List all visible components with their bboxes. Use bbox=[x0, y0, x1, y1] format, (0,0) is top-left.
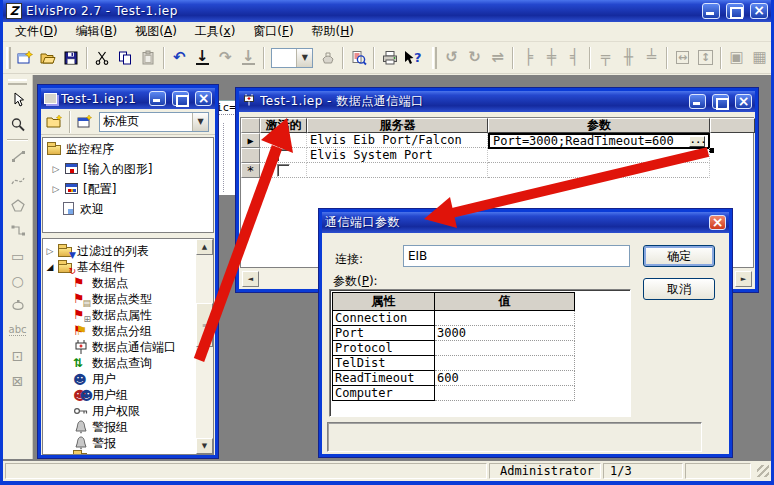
tree-item-monitor-program[interactable]: 监控程序 bbox=[47, 141, 114, 157]
grid-cell-server[interactable]: Elvis System Port bbox=[307, 148, 488, 163]
grid-header-active[interactable]: 激活的 bbox=[260, 118, 307, 133]
params-row[interactable]: Protocol bbox=[333, 341, 575, 356]
tree-item-data-point-group[interactable]: ⚑⚑ 数据点分组 bbox=[73, 323, 152, 339]
active-checkbox[interactable] bbox=[260, 148, 307, 163]
context-help-icon[interactable]: ? bbox=[401, 46, 424, 70]
params-row[interactable]: TelDist bbox=[333, 356, 575, 371]
grid-cell-params-selected[interactable]: Port=3000;ReadTimeout=600 ... bbox=[488, 133, 710, 149]
tree-item-user-group[interactable]: ☻☻ 用户组 bbox=[73, 387, 128, 403]
maximize-button[interactable] bbox=[726, 3, 744, 19]
expand-arrow-icon[interactable]: ▷ bbox=[51, 184, 61, 194]
menu-tools[interactable]: 工具(x) bbox=[187, 21, 243, 42]
cancel-button[interactable]: 取消 bbox=[643, 278, 715, 300]
menu-view[interactable]: 视图(A) bbox=[127, 21, 185, 42]
row-selector-current[interactable]: ▶ bbox=[241, 133, 260, 148]
page-combobox[interactable]: 标准页 ▼ bbox=[99, 112, 209, 132]
grid-header-params[interactable]: 参数 bbox=[488, 118, 710, 133]
minimize-button[interactable] bbox=[149, 91, 166, 106]
row-selector[interactable] bbox=[241, 148, 260, 163]
toolbar-separator bbox=[163, 47, 165, 69]
tree-item-basic-components[interactable]: ◢ ↻ 基本组件 bbox=[45, 259, 125, 275]
dialog-title-bar[interactable]: 通信端口参数 bbox=[322, 212, 729, 233]
chevron-down-icon[interactable]: ▼ bbox=[296, 49, 312, 67]
open-icon[interactable] bbox=[37, 46, 60, 70]
menu-edit[interactable]: 编辑(B) bbox=[68, 21, 126, 42]
save-icon[interactable] bbox=[60, 46, 83, 70]
grid-corner-cell bbox=[241, 118, 260, 133]
close-button[interactable] bbox=[709, 215, 726, 230]
active-checkbox[interactable] bbox=[260, 133, 307, 148]
menu-window[interactable]: 窗口(F) bbox=[245, 21, 301, 42]
params-row[interactable]: Connection bbox=[333, 311, 575, 326]
params-row[interactable]: Computer bbox=[333, 386, 575, 401]
cut-icon[interactable] bbox=[91, 46, 114, 70]
project-window-title-bar[interactable]: Test-1.iep:1 bbox=[41, 88, 215, 109]
grid-cell-server-empty[interactable] bbox=[307, 163, 488, 178]
tree-item-data-point-attribute[interactable]: ⚑⊞ 数据点属性 bbox=[73, 307, 152, 323]
chevron-down-icon[interactable]: ▼ bbox=[192, 113, 208, 131]
new-icon[interactable] bbox=[14, 46, 37, 70]
tree-item-clipped[interactable] bbox=[73, 451, 89, 455]
tree-item-input-graphics[interactable]: ▷ [输入的图形] bbox=[51, 161, 152, 177]
toolbar-grip[interactable] bbox=[8, 79, 27, 85]
new-page-icon[interactable] bbox=[74, 110, 96, 134]
tree-item-welcome[interactable]: 欢迎 bbox=[61, 201, 104, 217]
new-folder-icon[interactable] bbox=[44, 110, 66, 134]
tree-item-alarm[interactable]: 警报 bbox=[73, 435, 116, 451]
find-icon[interactable] bbox=[347, 46, 370, 70]
scroll-right-icon[interactable]: ► bbox=[735, 271, 752, 287]
undo-icon[interactable]: ↶ bbox=[168, 46, 191, 70]
tree-item-data-point-query[interactable]: ⇅ 数据点查询 bbox=[73, 355, 152, 371]
paste-icon bbox=[137, 46, 160, 70]
expand-arrow-icon[interactable]: ▷ bbox=[45, 246, 55, 256]
maximize-button[interactable] bbox=[712, 94, 729, 109]
menu-help[interactable]: 帮助(H) bbox=[304, 21, 362, 42]
tree-item-user-permission[interactable]: 用户权限 bbox=[73, 403, 140, 419]
comm-port-window-title-bar[interactable]: Test-1.iep - 数据点通信端口 bbox=[239, 91, 755, 112]
scrollbar-thumb[interactable]: ≡ bbox=[196, 303, 213, 347]
grid-cell-server[interactable]: Elvis Eib Port/Falcon bbox=[307, 133, 488, 148]
zoom-tool-icon[interactable] bbox=[5, 112, 31, 137]
print-icon[interactable] bbox=[378, 46, 401, 70]
resize-grip[interactable] bbox=[757, 465, 769, 477]
collapse-arrow-icon[interactable]: ◢ bbox=[45, 262, 55, 272]
close-button[interactable] bbox=[750, 3, 768, 19]
toolbar-grip[interactable] bbox=[432, 47, 437, 69]
tree-item-data-point-comm-port[interactable]: 数据点通信端口 bbox=[73, 339, 176, 355]
tree-item-user[interactable]: ☻ 用户 bbox=[73, 371, 116, 387]
params-row[interactable]: ReadTimeout600 bbox=[333, 371, 575, 386]
tree-item-configuration[interactable]: ▷ [配置] bbox=[51, 181, 116, 197]
tree-item-data-point[interactable]: ⚑ 数据点 bbox=[73, 275, 128, 291]
tree-item-alarm-group[interactable]: 警报组 bbox=[73, 419, 128, 435]
toolbar-grip[interactable] bbox=[6, 47, 11, 69]
tree-vertical-scrollbar[interactable]: ▲ ≡ ▼ bbox=[196, 239, 213, 454]
curve-tool-icon bbox=[5, 168, 31, 193]
ok-button[interactable]: 确定 bbox=[643, 245, 715, 267]
zoom-combobox[interactable]: ▼ bbox=[271, 48, 314, 68]
scroll-down-icon[interactable]: ▼ bbox=[196, 438, 213, 454]
grid-cell-params-empty[interactable] bbox=[488, 163, 710, 178]
active-checkbox[interactable] bbox=[260, 163, 307, 178]
connection-field[interactable]: EIB bbox=[403, 245, 630, 267]
menu-file[interactable]: 文件(D) bbox=[7, 21, 66, 42]
close-button[interactable] bbox=[735, 94, 752, 109]
scroll-left-icon[interactable]: ◄ bbox=[242, 271, 259, 287]
tree-item-data-point-type[interactable]: ⚑▤ 数据点类型 bbox=[73, 291, 152, 307]
grid-header-server[interactable]: 服务器 bbox=[307, 118, 488, 133]
scroll-up-icon[interactable]: ▲ bbox=[196, 239, 213, 255]
expand-arrow-icon[interactable]: ▷ bbox=[51, 164, 61, 174]
move-down-icon[interactable]: ↓ bbox=[191, 46, 214, 70]
maximize-button[interactable] bbox=[172, 91, 189, 106]
minimize-button[interactable] bbox=[689, 94, 706, 109]
minimize-button[interactable] bbox=[702, 3, 720, 19]
tree-item-filtered-list[interactable]: ▷ ▼ 过滤过的列表 bbox=[45, 243, 149, 259]
params-row[interactable]: Port3000 bbox=[333, 326, 575, 341]
tree-item-label: 数据点属性 bbox=[92, 307, 152, 324]
tree-item-label: 警报 bbox=[92, 435, 116, 452]
grid-cell-params[interactable] bbox=[488, 148, 710, 163]
close-button[interactable] bbox=[195, 91, 212, 106]
ellipsis-button[interactable]: ... bbox=[689, 136, 705, 147]
row-selector-new[interactable]: * bbox=[241, 163, 260, 178]
select-tool-icon[interactable] bbox=[5, 87, 31, 112]
copy-icon[interactable] bbox=[114, 46, 137, 70]
